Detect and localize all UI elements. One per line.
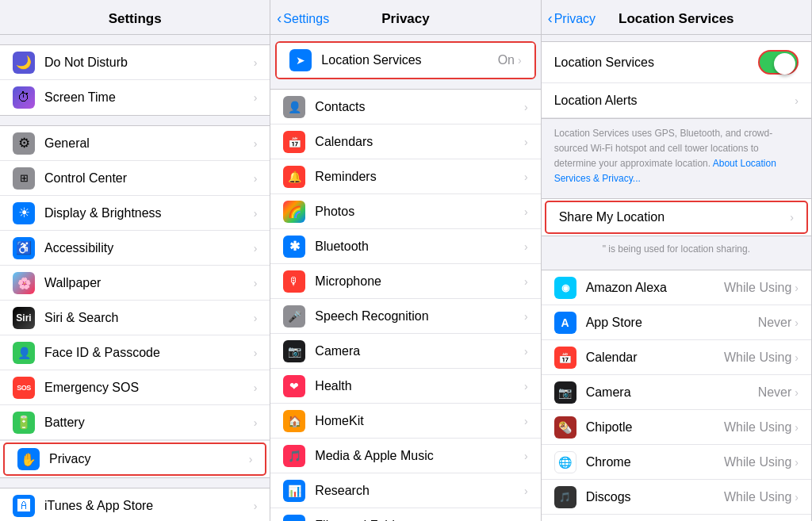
section-2: ⚙ General › ⊞ Control Center › ☀ Display… [0,125,270,478]
app-row-chrome[interactable]: 🌐 Chrome While Using › [542,445,811,480]
section-3: 🅰 iTunes & App Store › 💳 Wallet & Apple … [0,488,270,521]
settings-back-button[interactable]: ‹ Settings [277,10,329,27]
media-icon: 🎵 [283,445,305,467]
location-info-block: Location Services uses GPS, Bluetooth, a… [542,119,811,189]
microphone-icon: 🎙 [283,270,305,293]
app-row-amazon-alexa[interactable]: ◉ Amazon Alexa While Using › [542,270,811,305]
app-row-earthquake[interactable]: ⚡ Earthquake While Using › [542,515,811,521]
privacy-icon: ✋ [17,448,40,470]
itunes-icon: 🅰 [13,495,35,517]
microphone-label: Microphone [315,274,524,289]
share-my-location-wrapper: Share My Location › [542,199,811,236]
row-location-services[interactable]: ➤ Location Services On › [277,43,534,78]
share-location-section: Share My Location › [542,198,811,236]
camera-app-value: Never [758,385,792,400]
privacy-panel: ‹ Settings Privacy ➤ Location Services O… [270,0,541,521]
location-info-link[interactable]: About Location Services & Privacy... [554,158,776,184]
amazon-alexa-value: While Using [724,281,791,295]
share-location-group: Share My Location › [542,198,811,236]
row-speech[interactable]: 🎤 Speech Recognition › [270,299,540,334]
research-icon: 📊 [283,480,305,502]
app-row-camera[interactable]: 📷 Camera Never › [542,375,811,410]
homekit-icon: 🏠 [283,410,305,432]
privacy-title: Privacy [381,11,430,27]
calendar-value: While Using [724,351,791,365]
contacts-label: Contacts [315,100,524,114]
row-share-location[interactable]: Share My Location › [545,201,808,234]
row-homekit[interactable]: 🏠 HomeKit › [270,404,540,439]
app-row-chipotle[interactable]: 🌯 Chipotle While Using › [542,410,811,445]
location-toggle[interactable] [758,50,799,75]
battery-icon: 🔋 [13,412,35,434]
row-photos[interactable]: 🌈 Photos › [270,194,540,229]
discogs-label: Discogs [586,490,724,504]
app-store-label: App Store [586,316,758,330]
row-faceid[interactable]: 👤 Face ID & Passcode › [0,335,270,370]
row-bluetooth[interactable]: ✱ Bluetooth › [270,229,540,264]
row-emergency[interactable]: SOS Emergency SOS › [0,370,270,405]
chevron-icon: › [254,56,258,69]
row-contacts[interactable]: 👤 Contacts › [270,90,540,125]
row-calendars[interactable]: 📅 Calendars › [270,125,540,159]
privacy-content: ➤ Location Services On › 👤 Contacts › 📅 … [270,35,540,521]
row-accessibility[interactable]: ♿ Accessibility › [0,231,270,266]
row-location-toggle[interactable]: Location Services [542,42,811,83]
reminders-label: Reminders [315,170,524,184]
row-research[interactable]: 📊 Research › [270,473,540,508]
faceid-label: Face ID & Passcode [44,346,254,360]
location-toggle-group: Location Services Location Alerts › [542,41,811,119]
back-chevron-icon: ‹ [277,10,282,27]
chrome-label: Chrome [586,455,724,469]
app-row-discogs[interactable]: 🎵 Discogs While Using › [542,480,811,515]
itunes-label: iTunes & App Store [44,499,254,513]
privacy-row-wrapper: ✋ Privacy › [0,440,270,477]
reminders-icon: 🔔 [283,166,305,188]
row-health[interactable]: ❤ Health › [270,369,540,404]
calendar-label: Calendar [586,351,724,365]
row-reminders[interactable]: 🔔 Reminders › [270,159,540,194]
bluetooth-label: Bluetooth [315,239,524,254]
row-privacy[interactable]: ✋ Privacy › [3,442,266,476]
chrome-value: While Using [724,455,791,469]
row-camera[interactable]: 📷 Camera › [270,334,540,369]
health-icon: ❤ [283,375,305,397]
row-general[interactable]: ⚙ General › [0,126,270,161]
row-microphone[interactable]: 🎙 Microphone › [270,264,540,299]
row-battery[interactable]: 🔋 Battery › [0,405,270,440]
row-screen-time[interactable]: ⏱ Screen Time › [0,80,270,115]
row-wallpaper[interactable]: 🌸 Wallpaper › [0,266,270,301]
accessibility-label: Accessibility [44,241,254,255]
photos-label: Photos [315,205,524,219]
app-store-icon: A [554,312,576,334]
camera-app-label: Camera [586,385,758,400]
row-itunes[interactable]: 🅰 iTunes & App Store › [0,488,270,521]
discogs-icon: 🎵 [554,486,576,508]
privacy-back-label: Privacy [554,12,596,26]
row-control-center[interactable]: ⊞ Control Center › [0,161,270,196]
screen-time-label: Screen Time [44,90,254,105]
row-files[interactable]: 📁 Files and Folders › [270,508,540,521]
wallpaper-label: Wallpaper [44,276,254,290]
app-store-value: Never [758,316,792,330]
chipotle-icon: 🌯 [554,416,576,439]
research-label: Research [315,484,524,498]
location-content: Location Services Location Alerts › Loca… [542,35,811,521]
privacy-back-button[interactable]: ‹ Privacy [548,10,596,27]
calendars-icon: 📅 [283,131,305,153]
app-row-app-store[interactable]: A App Store Never › [542,305,811,340]
location-services-value: On [498,53,515,67]
share-my-location-label: Share My Location [559,210,791,224]
app-row-calendar[interactable]: 📅 Calendar While Using › [542,340,811,375]
row-siri[interactable]: Siri Siri & Search › [0,301,270,335]
row-do-not-disturb[interactable]: 🌙 Do Not Disturb › [0,45,270,80]
speech-label: Speech Recognition [315,309,524,324]
row-display[interactable]: ☀ Display & Brightness › [0,196,270,231]
row-media[interactable]: 🎵 Media & Apple Music › [270,439,540,473]
top-group: 🌙 Do Not Disturb › ⏱ Screen Time › [0,44,270,116]
back-label: Settings [283,12,329,26]
being-used-text: " is being used for location sharing. [603,243,750,255]
location-toggle-section: Location Services Location Alerts › [542,41,811,119]
chevron-icon: › [254,91,258,104]
bottom-group: 🅰 iTunes & App Store › 💳 Wallet & Apple … [0,488,270,521]
row-location-alerts[interactable]: Location Alerts › [542,83,811,118]
